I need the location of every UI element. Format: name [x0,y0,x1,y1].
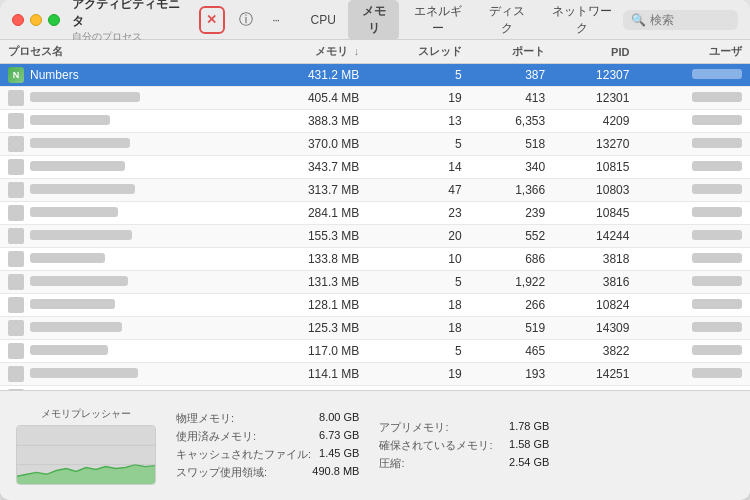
sort-arrow-icon: ↓ [354,45,360,57]
cell-pid: 10815 [553,156,637,179]
tab-network[interactable]: ネットワーク [540,0,623,40]
table-row[interactable]: 133.8 MB106863818 [0,248,750,271]
process-name-cell [0,225,252,248]
process-icon [8,90,24,106]
table-row[interactable]: 343.7 MB1434010815 [0,156,750,179]
cell-user [637,340,750,363]
process-table: プロセス名 メモリ ↓ スレッド ポート PID ユーザ NNumbers431… [0,40,750,390]
table-row[interactable]: 117.0 MB54653822 [0,340,750,363]
process-table-container[interactable]: プロセス名 メモリ ↓ スレッド ポート PID ユーザ NNumbers431… [0,40,750,390]
stat-row: スワップ使用領域:490.8 MB [176,465,359,480]
close-button[interactable] [12,14,24,26]
minimize-button[interactable] [30,14,42,26]
zoom-button[interactable] [48,14,60,26]
bottom-panel: メモリプレッシャー 物理メモリ:8.00 GB使用済みメモリ:6.73 GBキャ… [0,390,750,500]
process-icon [8,343,24,359]
cell-ports: 6,353 [470,110,554,133]
process-name-cell [0,87,252,110]
cell-pid: 3818 [553,248,637,271]
table-header-row: プロセス名 メモリ ↓ スレッド ポート PID ユーザ [0,40,750,64]
tab-cpu[interactable]: CPU [301,0,346,40]
cell-threads: 5 [367,64,469,87]
cell-user [637,64,750,87]
process-icon [8,251,24,267]
chart-title: メモリプレッシャー [41,407,131,421]
process-label [30,91,140,105]
cell-pid: 10824 [553,294,637,317]
stats-left: 物理メモリ:8.00 GB使用済みメモリ:6.73 GBキャッシュされたファイル… [176,411,359,480]
tab-energy[interactable]: エネルギー [401,0,474,40]
stat-row: 使用済みメモリ:6.73 GB [176,429,359,444]
cell-user [637,225,750,248]
process-icon [8,274,24,290]
search-box[interactable]: 🔍 [623,10,738,30]
search-input[interactable] [650,13,730,27]
stop-process-button[interactable]: ✕ [199,6,225,34]
cell-ports: 1,366 [470,179,554,202]
process-label [30,114,110,128]
process-name-cell [0,110,252,133]
table-row[interactable]: 370.0 MB551813270 [0,133,750,156]
more-button[interactable]: ··· [263,6,289,34]
col-header-threads: スレッド [367,40,469,64]
col-header-pid: PID [553,40,637,64]
table-row[interactable]: 313.7 MB471,36610803 [0,179,750,202]
table-row[interactable]: 114.1 MB1919314251 [0,363,750,386]
table-row[interactable]: 131.3 MB51,9223816 [0,271,750,294]
tab-disk[interactable]: ディスク [476,0,538,40]
process-icon [8,136,24,152]
cell-memory: 131.3 MB [252,271,367,294]
titlebar: アクティビティモニタ 自分のプロセス ✕ ⓘ ··· CPU メモリ エネルギー… [0,0,750,40]
col-header-user: ユーザ [637,40,750,64]
table-row[interactable]: 284.1 MB2323910845 [0,202,750,225]
cell-pid: 3822 [553,340,637,363]
process-label [30,160,125,174]
cell-ports: 387 [470,64,554,87]
process-label [30,298,115,312]
cell-memory: 284.1 MB [252,202,367,225]
cell-memory: 370.0 MB [252,133,367,156]
table-row[interactable]: 155.3 MB2055214244 [0,225,750,248]
stat-value: 490.8 MB [312,465,359,480]
cell-ports: 413 [470,87,554,110]
cell-memory: 313.7 MB [252,179,367,202]
process-name-cell [0,271,252,294]
process-icon [8,320,24,336]
table-row[interactable]: 388.3 MB136,3534209 [0,110,750,133]
cell-user [637,294,750,317]
cell-pid: 4209 [553,110,637,133]
cell-pid: 14251 [553,363,637,386]
info-button[interactable]: ⓘ [233,6,259,34]
table-row[interactable]: 125.3 MB1851914309 [0,317,750,340]
cell-threads: 14 [367,156,469,179]
table-row[interactable]: 128.1 MB1826610824 [0,294,750,317]
table-row[interactable]: NNumbers431.2 MB538712307 [0,64,750,87]
process-icon [8,182,24,198]
process-icon [8,159,24,175]
table-row[interactable]: 405.4 MB1941312301 [0,87,750,110]
cell-user [637,363,750,386]
cell-threads: 19 [367,87,469,110]
info-icon: ⓘ [239,11,253,29]
col-header-memory[interactable]: メモリ ↓ [252,40,367,64]
cell-ports: 518 [470,133,554,156]
tab-memory[interactable]: メモリ [348,0,400,40]
process-label [30,252,105,266]
cell-ports: 340 [470,156,554,179]
stat-row: アプリメモリ:1.78 GB [379,420,549,435]
cell-threads: 10 [367,248,469,271]
cell-threads: 20 [367,225,469,248]
cell-ports: 1,922 [470,271,554,294]
process-name-cell [0,363,252,386]
stat-label: 確保されているメモリ: [379,438,492,453]
stat-label: スワップ使用領域: [176,465,267,480]
cell-pid: 12301 [553,87,637,110]
cell-memory: 133.8 MB [252,248,367,271]
cell-threads: 18 [367,294,469,317]
col-header-name[interactable]: プロセス名 [0,40,252,64]
traffic-lights [12,14,60,26]
process-icon [8,205,24,221]
stat-value: 8.00 GB [319,411,359,426]
cell-user [637,202,750,225]
process-label [30,137,130,151]
